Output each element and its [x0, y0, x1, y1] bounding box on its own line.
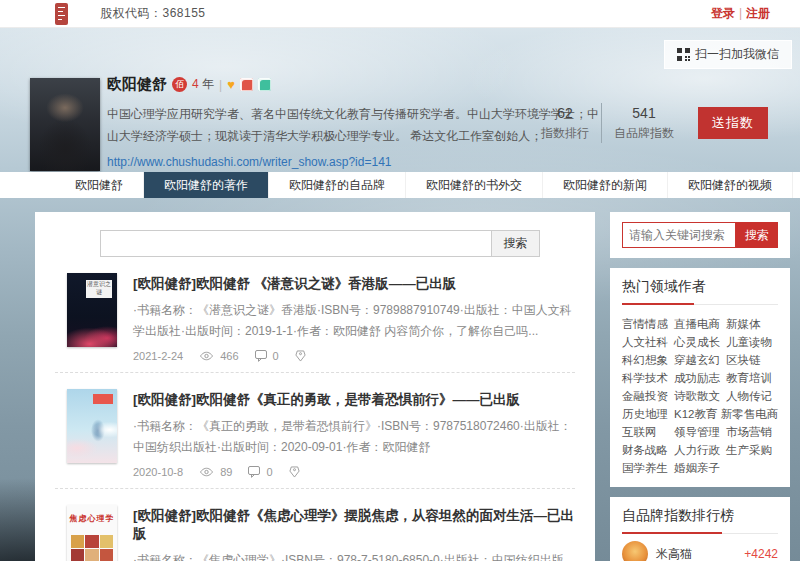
- tag-renli[interactable]: 人力行政: [674, 441, 726, 459]
- book-title[interactable]: [欧阳健舒]欧阳健舒 《潜意识之谜》香港版——已出版: [133, 275, 575, 293]
- tag-hunyin[interactable]: 婚姻亲子: [674, 459, 726, 477]
- rank-value: 62: [541, 105, 589, 121]
- tab-author-book-diplomacy[interactable]: 欧阳健舒的书外交: [406, 172, 543, 198]
- works-search-input[interactable]: [100, 230, 492, 257]
- book-date: 2021-2-24: [133, 350, 183, 362]
- keyword-search-button[interactable]: 搜索: [736, 222, 778, 248]
- author-name: 欧阳健舒: [107, 75, 167, 94]
- years-unit: 年: [202, 77, 214, 91]
- keyword-search-input[interactable]: [622, 222, 736, 248]
- hot-authors-card: 热门领域作者 言情情感 直播电商 新媒体 人文社科 心灵成长 儿童读物 科幻想象…: [610, 268, 790, 487]
- heart-badge-icon: ♥: [227, 77, 235, 92]
- views-count: 89: [220, 466, 232, 478]
- tag-jinrong[interactable]: 金融投资: [622, 387, 674, 405]
- tag-lishi[interactable]: 历史地理: [622, 405, 674, 423]
- book-meta: ·书籍名称：《潜意识之谜》香港版·ISBN号：9789887910749·出版社…: [133, 300, 575, 342]
- book-list-item[interactable]: [欧阳健舒]欧阳健舒《真正的勇敢，是带着恐惧前行》——已出版 ·书籍名称：《真正…: [55, 373, 575, 489]
- keyword-search-card: 搜索: [610, 212, 790, 258]
- tag-yanqing[interactable]: 言情情感: [622, 315, 674, 333]
- tab-author-home[interactable]: 欧阳健舒: [55, 172, 144, 198]
- tag-renwen[interactable]: 人文社科: [622, 333, 674, 351]
- rank-stat: 62 指数排行: [529, 105, 601, 142]
- tag-k12[interactable]: K12教育: [674, 405, 721, 423]
- avatar: [622, 541, 648, 561]
- tag-chenggong[interactable]: 成功励志: [674, 369, 726, 387]
- book-cover-qianyishi[interactable]: 潜意识之谜: [67, 273, 117, 347]
- tag-xinling[interactable]: 心灵成长: [674, 333, 726, 351]
- tag-hulianwang[interactable]: 互联网: [622, 423, 674, 441]
- comments-count: 0: [273, 350, 279, 362]
- tag-qukuailian[interactable]: 区块链: [726, 351, 778, 369]
- book-footer: 2021-2-24 466 0: [133, 350, 575, 362]
- tag-jiaoyu[interactable]: 教育培训: [726, 369, 778, 387]
- sidebar: 搜索 热门领域作者 言情情感 直播电商 新媒体 人文社科 心灵成长 儿童读物 科…: [610, 212, 790, 561]
- book-footer: 2020-10-8 89 0: [133, 466, 575, 478]
- tab-author-videos[interactable]: 欧阳健舒的视频: [668, 172, 793, 198]
- views-icon: [199, 351, 214, 361]
- register-link[interactable]: 注册: [746, 6, 770, 20]
- tag-lingdao[interactable]: 领导管理: [674, 423, 726, 441]
- ranking-author-name[interactable]: 米高猫: [656, 546, 736, 561]
- tag-renwu[interactable]: 人物传记: [726, 387, 778, 405]
- red-badge-icon: [240, 78, 253, 91]
- top-bar: 股权代码：368155 登录|注册: [0, 0, 800, 28]
- author-page-link[interactable]: http://www.chushudashi.com/writer_show.a…: [107, 155, 392, 169]
- tag-kehuan[interactable]: 科幻想象: [622, 351, 674, 369]
- index-label: 自品牌指数: [614, 125, 674, 142]
- tag-chuanyue[interactable]: 穿越玄幻: [674, 351, 726, 369]
- profile-nav-tabs: 欧阳健舒 欧阳健舒的著作 欧阳健舒的自品牌 欧阳健舒的书外交 欧阳健舒的新闻 欧…: [0, 172, 800, 198]
- wechat-qr-button[interactable]: 扫一扫加我微信: [664, 40, 792, 69]
- tag-ertong[interactable]: 儿童读物: [726, 333, 778, 351]
- years-number: 4: [192, 77, 199, 91]
- book-title[interactable]: [欧阳健舒]欧阳健舒《真正的勇敢，是带着恐惧前行》——已出版: [133, 391, 575, 409]
- book-date: 2020-10-8: [133, 466, 183, 478]
- comments-icon: [248, 466, 260, 478]
- book-list-item[interactable]: 焦虑心理学 [欧阳健舒]欧阳健舒《焦虑心理学》摆脱焦虑，从容坦然的面对生活—已出…: [55, 489, 575, 561]
- content-area: 搜索 潜意识之谜 [欧阳健舒]欧阳健舒 《潜意识之谜》香港版——已出版 ·书籍名…: [0, 212, 800, 561]
- comments-icon: [255, 350, 267, 362]
- book-list-item[interactable]: 潜意识之谜 [欧阳健舒]欧阳健舒 《潜意识之谜》香港版——已出版 ·书籍名称：《…: [55, 257, 575, 373]
- comments-count: 0: [266, 466, 272, 478]
- tag-zhibo[interactable]: 直播电商: [674, 315, 726, 333]
- keyword-search-bar: 搜索: [622, 222, 778, 248]
- book-cover-label: 潜意识之谜: [86, 280, 112, 298]
- tag-shichang[interactable]: 市场营销: [726, 423, 778, 441]
- site-seal-logo[interactable]: [55, 3, 68, 25]
- qr-code-icon: [677, 48, 690, 61]
- tab-author-brand[interactable]: 欧阳健舒的自品牌: [269, 172, 406, 198]
- book-info: [欧阳健舒]欧阳健舒《焦虑心理学》摆脱焦虑，从容坦然的面对生活—已出版 ·书籍名…: [133, 505, 575, 561]
- tag-shige[interactable]: 诗歌散文: [674, 387, 726, 405]
- wechat-qr-label: 扫一扫加我微信: [695, 46, 779, 63]
- book-cover-yonggan[interactable]: [67, 389, 117, 463]
- tag-xinmeiti[interactable]: 新媒体: [726, 315, 778, 333]
- tab-author-works[interactable]: 欧阳健舒的著作: [144, 172, 269, 198]
- author-photo[interactable]: [30, 78, 100, 171]
- ranking-row[interactable]: 米高猫 +4242: [622, 534, 778, 561]
- ranking-author-value: +4242: [744, 547, 778, 561]
- stock-code-label: 股权代码：368155: [100, 5, 206, 22]
- author-years: 4 年: [192, 76, 214, 93]
- book-title[interactable]: [欧阳健舒]欧阳健舒《焦虑心理学》摆脱焦虑，从容坦然的面对生活—已出版: [133, 507, 575, 543]
- views-count: 466: [220, 350, 238, 362]
- auth-links: 登录|注册: [711, 5, 770, 22]
- tag-guoxue[interactable]: 国学养生: [622, 459, 674, 477]
- index-value: 541: [614, 105, 674, 121]
- tab-author-news[interactable]: 欧阳健舒的新闻: [543, 172, 668, 198]
- ranking-title: 自品牌指数排行榜: [622, 507, 778, 534]
- tag-caiwu[interactable]: 财务战略: [622, 441, 674, 459]
- works-list-card: 搜索 潜意识之谜 [欧阳健舒]欧阳健舒 《潜意识之谜》香港版——已出版 ·书籍名…: [35, 212, 595, 561]
- login-link[interactable]: 登录: [711, 6, 735, 20]
- book-cover-label: 焦虑心理学: [67, 513, 117, 524]
- book-meta: ·书籍名称：《焦虑心理学》·ISBN号：978-7-5180-6850-0·出版…: [133, 550, 575, 561]
- book-meta: ·书籍名称：《真正的勇敢，是带着恐惧前行》·ISBN号：978751807246…: [133, 416, 575, 458]
- tab-author-products[interactable]: 欧阳健舒的产品: [793, 172, 800, 198]
- author-description: 中国心理学应用研究学者、著名中国传统文化教育与传播研究学者。中山大学环境学学士；…: [107, 103, 599, 147]
- works-search-button[interactable]: 搜索: [492, 230, 540, 257]
- book-info: [欧阳健舒]欧阳健舒《真正的勇敢，是带着恐惧前行》——已出版 ·书籍名称：《真正…: [133, 389, 575, 478]
- book-cover-jiaolv[interactable]: 焦虑心理学: [67, 505, 117, 561]
- tag-shengchan[interactable]: 生产采购: [726, 441, 778, 459]
- tag-xinlingshou[interactable]: 新零售电商: [721, 405, 777, 423]
- green-badge-icon: [258, 78, 271, 91]
- tag-kexue[interactable]: 科学技术: [622, 369, 674, 387]
- send-index-button[interactable]: 送指数: [698, 107, 768, 139]
